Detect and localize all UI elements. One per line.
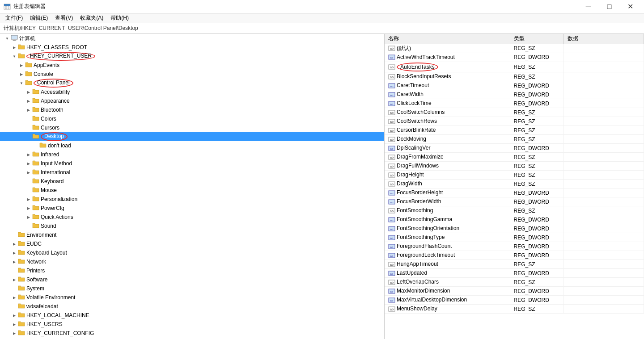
table-row[interactable]: abActiveWndTrackTimeoutREG_DWORD [385, 53, 644, 62]
tree-node-personalization[interactable]: Personalization [0, 195, 384, 204]
tree-node-powercfg[interactable]: PowerCfg [0, 204, 384, 213]
reg-name-cell[interactable]: abFontSmoothingType [385, 233, 510, 242]
tree-node-hku[interactable]: HKEY_USERS [0, 320, 384, 329]
minimize-button[interactable]: ─ [578, 0, 598, 13]
expander-personalization[interactable] [25, 196, 32, 203]
reg-name-cell[interactable]: abForegroundFlashCount [385, 242, 510, 251]
table-row[interactable]: abDpiScalingVerREG_DWORD [385, 144, 644, 153]
reg-name-cell[interactable]: abAutoEndTasks [385, 62, 510, 72]
expander-hkcr[interactable] [11, 44, 18, 51]
tree-node-colors[interactable]: Colors [0, 114, 384, 123]
maximize-button[interactable]: □ [599, 0, 619, 13]
reg-name-cell[interactable]: abFocusBorderHeight [385, 188, 510, 197]
reg-name-cell[interactable]: abCursorBlinkRate [385, 126, 510, 135]
menu-help[interactable]: 帮助(H) [107, 13, 132, 23]
tree-node-hkcc[interactable]: HKEY_CURRENT_CONFIG [0, 329, 384, 338]
table-row[interactable]: abCoolSwitchColumnsREG_SZ [385, 108, 644, 117]
menu-view[interactable]: 查看(V) [51, 13, 76, 23]
expander-computer[interactable] [4, 35, 11, 42]
table-row[interactable]: abDragWidthREG_SZ [385, 180, 644, 188]
tree-node-console[interactable]: Console [0, 70, 384, 79]
tree-node-network[interactable]: Network [0, 257, 384, 266]
expander-eudc[interactable] [11, 240, 18, 247]
reg-name-cell[interactable]: abFontSmoothingGamma [385, 215, 510, 224]
tree-node-desktop[interactable]: Desktop [0, 132, 384, 141]
expander-console[interactable] [18, 71, 25, 78]
reg-name-cell[interactable]: abFocusBorderWidth [385, 197, 510, 206]
table-row[interactable]: abFontSmoothingREG_SZ [385, 206, 644, 215]
table-row[interactable]: abMaxVirtualDesktopDimensionREG_DWORD [385, 296, 644, 305]
expander-inputmethod[interactable] [25, 160, 32, 167]
expander-controlpanel[interactable] [18, 80, 25, 87]
table-row[interactable]: abFocusBorderWidthREG_DWORD [385, 197, 644, 206]
reg-name-cell[interactable]: abForegroundLockTimeout [385, 251, 510, 260]
table-row[interactable]: abClickLockTimeREG_DWORD [385, 99, 644, 108]
tree-node-software[interactable]: Software [0, 275, 384, 284]
table-row[interactable]: abDragFromMaximizeREG_SZ [385, 153, 644, 162]
reg-name-cell[interactable]: abDockMoving [385, 135, 510, 144]
right-pane[interactable]: 名称 类型 数据 ab(默认)REG_SZabActiveWndTrackTim… [385, 34, 644, 339]
expander-appearance[interactable] [25, 97, 32, 105]
tree-node-eudc[interactable]: EUDC [0, 239, 384, 248]
reg-name-cell[interactable]: abMaxVirtualDesktopDimension [385, 296, 510, 305]
expander-bluetooth[interactable] [25, 106, 32, 113]
reg-name-cell[interactable]: abMenuShowDelay [385, 305, 510, 314]
reg-name-cell[interactable]: abCoolSwitchRows [385, 117, 510, 126]
reg-name-cell[interactable]: abDragWidth [385, 180, 510, 188]
tree-node-computer[interactable]: 计算机 [0, 34, 384, 43]
table-row[interactable]: abMaxMonitorDimensionREG_DWORD [385, 287, 644, 296]
tree-node-hklm[interactable]: HKEY_LOCAL_MACHINE [0, 311, 384, 320]
tree-node-keyboard[interactable]: Keyboard [0, 177, 384, 186]
expander-powercfg[interactable] [25, 205, 32, 212]
tree-node-hkcr[interactable]: HKEY_CLASSES_ROOT [0, 43, 384, 52]
reg-name-cell[interactable]: abDpiScalingVer [385, 144, 510, 153]
reg-name-cell[interactable]: abCaretTimeout [385, 81, 510, 90]
close-button[interactable]: ✕ [620, 0, 640, 13]
table-row[interactable]: abDockMovingREG_SZ [385, 135, 644, 144]
reg-name-cell[interactable]: abMaxMonitorDimension [385, 287, 510, 296]
expander-software[interactable] [11, 276, 18, 283]
tree-node-system[interactable]: System [0, 284, 384, 293]
expander-network[interactable] [11, 258, 18, 265]
expander-infrared[interactable] [25, 151, 32, 158]
reg-name-cell[interactable]: abDragFullWindows [385, 162, 510, 171]
expander-hkcu[interactable] [11, 53, 18, 60]
reg-name-cell[interactable]: abFontSmoothing [385, 206, 510, 215]
reg-name-cell[interactable]: abCaretWidth [385, 90, 510, 99]
table-row[interactable]: abFontSmoothingGammaREG_DWORD [385, 215, 644, 224]
reg-name-cell[interactable]: abActiveWndTrackTimeout [385, 53, 510, 62]
table-row[interactable]: abCoolSwitchRowsREG_SZ [385, 117, 644, 126]
table-row[interactable]: abHungAppTimeoutREG_SZ [385, 260, 644, 269]
tree-node-appevents[interactable]: AppEvents [0, 61, 384, 70]
tree-node-wdsafeloadat[interactable]: wdsafeloadat [0, 302, 384, 311]
table-row[interactable]: abDragHeightREG_SZ [385, 171, 644, 180]
menu-file[interactable]: 文件(F) [2, 13, 26, 23]
tree-node-keyboardlayout[interactable]: Keyboard Layout [0, 248, 384, 257]
expander-quickactions[interactable] [25, 213, 32, 221]
reg-name-cell[interactable]: abLastUpdated [385, 269, 510, 278]
menu-edit[interactable]: 编辑(E) [26, 13, 51, 23]
expander-accessibility[interactable] [25, 88, 32, 96]
tree-node-sound[interactable]: Sound [0, 222, 384, 230]
expander-appevents[interactable] [18, 62, 25, 69]
expander-hkcc[interactable] [11, 330, 18, 337]
expander-international[interactable] [25, 169, 32, 176]
tree-node-environment[interactable]: Environment [0, 230, 384, 239]
reg-name-cell[interactable]: abFontSmoothingOrientation [385, 224, 510, 233]
reg-name-cell[interactable]: abLeftOverlapChars [385, 278, 510, 287]
tree-node-appearance[interactable]: Appearance [0, 96, 384, 105]
table-row[interactable]: abFontSmoothingTypeREG_DWORD [385, 233, 644, 242]
expander-volatile[interactable] [11, 294, 18, 301]
table-row[interactable]: ab(默认)REG_SZ [385, 44, 644, 53]
tree-node-international[interactable]: International [0, 168, 384, 177]
reg-name-cell[interactable]: abHungAppTimeout [385, 260, 510, 269]
table-row[interactable]: abForegroundFlashCountREG_DWORD [385, 242, 644, 251]
table-row[interactable]: abLeftOverlapCharsREG_SZ [385, 278, 644, 287]
table-row[interactable]: abCursorBlinkRateREG_SZ [385, 126, 644, 135]
table-row[interactable]: abMenuShowDelayREG_SZ [385, 305, 644, 314]
tree-node-hkcu[interactable]: HKEY_CURRENT_USER [0, 52, 384, 61]
reg-name-cell[interactable]: abCoolSwitchColumns [385, 108, 510, 117]
tree-node-controlpanel[interactable]: Control Panel [0, 79, 384, 88]
table-row[interactable]: abBlockSendInputResetsREG_SZ [385, 72, 644, 81]
reg-name-cell[interactable]: abBlockSendInputResets [385, 72, 510, 81]
